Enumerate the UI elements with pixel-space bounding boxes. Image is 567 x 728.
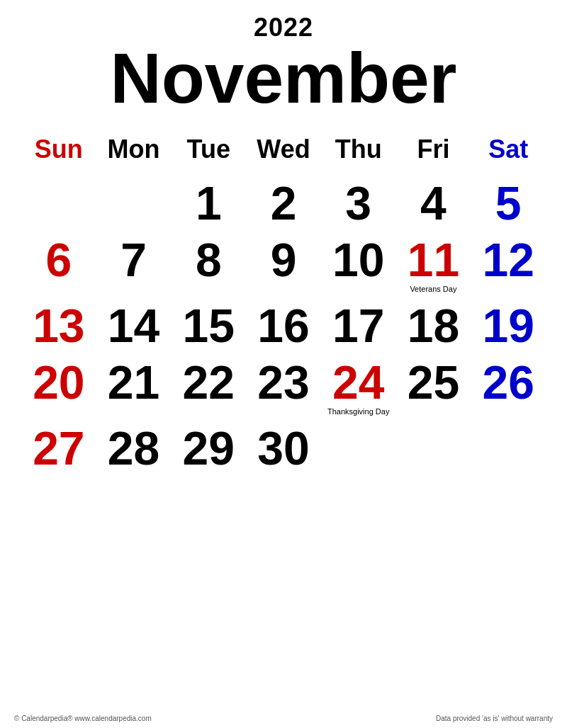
day-number: 27: [33, 425, 84, 472]
calendar-day-cell: 21: [96, 353, 172, 419]
calendar-day-cell: 13: [21, 297, 96, 353]
day-number: 10: [332, 237, 384, 283]
day-number: 24: [332, 359, 384, 406]
day-number: 20: [33, 359, 84, 406]
day-header-fri: Fri: [396, 127, 471, 174]
calendar-day-cell: 4: [396, 174, 471, 231]
calendar-day-cell: 14: [96, 297, 172, 353]
day-header-wed: Wed: [246, 127, 321, 174]
day-number: 11: [408, 237, 459, 283]
calendar-day-cell: [471, 419, 546, 476]
footer-left: © Calendarpedia® www.calendarpedia.com: [14, 715, 152, 722]
calendar-day-cell: 17: [321, 297, 396, 353]
calendar-day-cell: 8: [171, 231, 246, 297]
holiday-label: Veterans Day: [410, 285, 456, 294]
calendar-day-cell: 10: [321, 231, 396, 297]
calendar-grid: SunMonTueWedThuFriSat1234567891011Vetera…: [21, 127, 546, 476]
day-header-mon: Mon: [96, 127, 172, 174]
calendar-day-cell: 3: [321, 174, 396, 231]
day-number: 5: [495, 180, 522, 227]
calendar-day-cell: 24Thanksgiving Day: [321, 353, 396, 419]
day-number: 12: [482, 237, 534, 283]
day-number: 17: [332, 302, 384, 349]
day-number: 28: [108, 425, 159, 472]
calendar-day-cell: 18: [396, 297, 471, 353]
calendar-day-cell: 12: [471, 231, 546, 297]
day-number: 9: [271, 237, 297, 283]
calendar-day-cell: 22: [171, 353, 246, 419]
calendar-day-cell: [21, 174, 96, 231]
day-number: 26: [482, 359, 534, 406]
day-number: 23: [257, 359, 309, 406]
day-header-sat: Sat: [471, 127, 546, 174]
day-number: 16: [257, 302, 309, 349]
calendar-day-cell: [396, 419, 471, 476]
calendar-day-cell: 19: [471, 297, 546, 353]
calendar-day-cell: 29: [171, 419, 246, 476]
calendar-day-cell: 2: [246, 174, 321, 231]
day-number: 13: [33, 302, 84, 349]
day-header-sun: Sun: [21, 127, 96, 174]
calendar-day-cell: 25: [396, 353, 471, 419]
footer: © Calendarpedia® www.calendarpedia.com D…: [0, 715, 567, 722]
day-header-thu: Thu: [321, 127, 396, 174]
calendar-day-cell: 5: [471, 174, 546, 231]
calendar-day-cell: 23: [246, 353, 321, 419]
calendar-day-cell: 26: [471, 353, 546, 419]
calendar-day-cell: 6: [21, 231, 96, 297]
day-number: 19: [482, 302, 534, 349]
day-number: 29: [183, 425, 235, 472]
day-number: 15: [183, 302, 235, 349]
day-number: 2: [271, 180, 297, 227]
day-number: 8: [196, 237, 222, 283]
day-number: 7: [120, 237, 147, 283]
calendar-day-cell: 11Veterans Day: [396, 231, 471, 297]
calendar-day-cell: [321, 419, 396, 476]
day-number: 3: [345, 180, 371, 227]
calendar-day-cell: 27: [21, 419, 96, 476]
footer-right: Data provided 'as is' without warranty: [436, 715, 553, 722]
day-number: 4: [420, 180, 447, 227]
calendar-day-cell: 9: [246, 231, 321, 297]
calendar-day-cell: [96, 174, 172, 231]
calendar-day-cell: 15: [171, 297, 246, 353]
day-number: 21: [108, 359, 159, 406]
day-number: 22: [183, 359, 235, 406]
calendar-day-cell: 20: [21, 353, 96, 419]
calendar-day-cell: 1: [171, 174, 246, 231]
month-label: November: [110, 42, 456, 113]
day-header-tue: Tue: [171, 127, 246, 174]
calendar-day-cell: 16: [246, 297, 321, 353]
calendar-day-cell: 28: [96, 419, 172, 476]
day-number: 1: [196, 180, 222, 227]
day-number: 25: [408, 359, 459, 406]
calendar-container: 2022 November SunMonTueWedThuFriSat12345…: [0, 0, 567, 728]
calendar-day-cell: 30: [246, 419, 321, 476]
day-number: 18: [408, 302, 459, 349]
holiday-label: Thanksgiving Day: [327, 407, 389, 416]
calendar-day-cell: 7: [96, 231, 172, 297]
day-number: 30: [257, 425, 309, 472]
day-number: 14: [108, 302, 159, 349]
day-number: 6: [45, 237, 72, 283]
